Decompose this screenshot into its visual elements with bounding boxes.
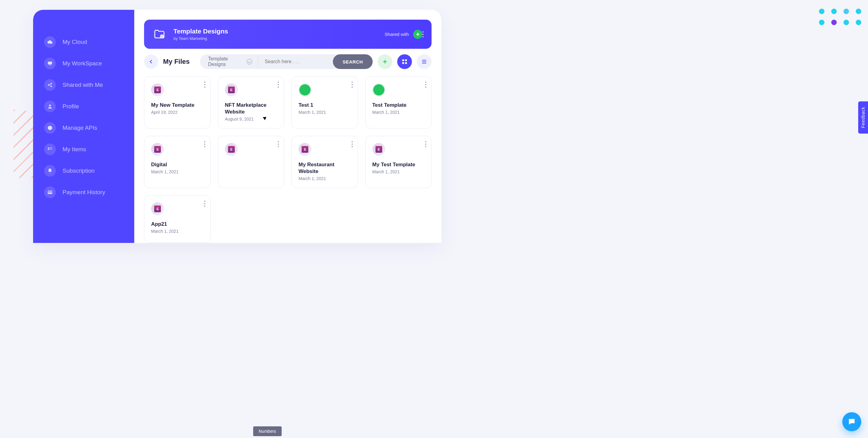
sidebar-item-label: My Cloud — [63, 39, 87, 46]
sidebar-item-subscription[interactable]: Subscription — [33, 160, 134, 182]
svg-rect-12 — [405, 59, 407, 61]
back-button[interactable] — [144, 55, 158, 69]
more-icon — [422, 31, 424, 37]
items-icon — [44, 144, 56, 155]
sidebar-item-workspace[interactable]: My WorkSpace — [33, 53, 134, 74]
search-bar: Template Designs SEARCH — [200, 54, 373, 69]
card-more-button[interactable] — [425, 82, 426, 88]
more-icon — [278, 82, 279, 88]
sidebar-item-label: Manage APIs — [63, 124, 97, 131]
svg-rect-4 — [48, 148, 49, 148]
card-title: App21 — [151, 221, 204, 228]
card-title: My Test Template — [372, 161, 425, 168]
file-card[interactable]: EApp21March 1, 2021 — [144, 195, 211, 243]
sidebar-item-label: Subscription — [63, 168, 95, 174]
plus-icon — [382, 59, 388, 64]
grid-icon — [402, 59, 408, 65]
svg-rect-13 — [402, 62, 404, 64]
sidebar-item-label: My WorkSpace — [63, 60, 102, 67]
grid-view-button[interactable] — [397, 54, 412, 69]
file-card[interactable]: ENFT Marketplace WebsiteAugust 9, 2021 — [218, 77, 284, 128]
filter-label: Template Designs — [208, 56, 241, 67]
more-icon — [425, 141, 426, 147]
more-icon — [351, 141, 353, 147]
user-icon — [44, 100, 56, 112]
filter-chip[interactable]: Template Designs — [200, 54, 258, 69]
app-shell: My Cloud My WorkSpace Shared with Me Pro… — [33, 10, 441, 243]
chevron-left-icon — [148, 59, 154, 64]
section-title: My Files — [163, 58, 190, 66]
card-title: Digital — [151, 161, 204, 168]
svg-rect-14 — [405, 62, 407, 64]
search-input[interactable] — [258, 59, 333, 64]
more-icon — [204, 201, 205, 207]
sidebar-item-label: Shared with Me — [63, 82, 103, 88]
bell-icon — [44, 165, 56, 177]
more-icon — [351, 82, 353, 88]
card-title: Test 1 — [299, 102, 351, 109]
feedback-tab[interactable]: Feedback — [858, 101, 868, 134]
elementor-icon: E — [151, 143, 164, 156]
sidebar-item-shared[interactable]: Shared with Me — [33, 74, 134, 96]
add-share-button[interactable]: + — [413, 30, 422, 39]
elementor-icon: E — [372, 143, 385, 156]
cloud-icon — [44, 36, 56, 48]
card-date: April 19, 2022 — [151, 110, 204, 115]
svg-point-3 — [49, 105, 51, 107]
card-more-button[interactable] — [278, 141, 279, 147]
svg-rect-7 — [50, 149, 52, 150]
list-view-button[interactable] — [417, 54, 432, 69]
card-more-button[interactable] — [204, 141, 205, 147]
share-icon — [44, 79, 56, 91]
card-more-button[interactable] — [278, 82, 279, 88]
card-more-button[interactable] — [351, 82, 353, 88]
file-card[interactable]: Test 1March 1, 2021 — [291, 77, 358, 128]
sidebar-item-label: Profile — [63, 103, 79, 110]
banner-shared: Shared with + — [385, 30, 422, 39]
chevron-down-icon — [247, 59, 252, 64]
template-green-icon — [299, 83, 311, 96]
template-green-icon — [372, 83, 385, 96]
shared-with-label: Shared with — [385, 32, 409, 37]
svg-rect-9 — [48, 192, 53, 192]
card-title: NFT Marketplace Website — [225, 102, 277, 115]
card-date: March 1, 2021 — [372, 169, 425, 174]
folder-banner: Template Designs by Team Marketing Share… — [144, 20, 432, 49]
file-card[interactable]: EMy New TemplateApril 19, 2022 — [144, 77, 211, 128]
elementor-icon: E — [299, 143, 311, 156]
elementor-icon: E — [151, 83, 164, 96]
card-title: My New Template — [151, 102, 204, 109]
card-date: March 1, 2021 — [151, 169, 204, 174]
elementor-icon: E — [151, 202, 164, 215]
file-card[interactable]: EDigitalMarch 1, 2021 — [144, 136, 211, 188]
card-date: August 9, 2021 — [225, 117, 277, 121]
file-card[interactable]: E — [218, 136, 284, 188]
banner-more-button[interactable] — [422, 31, 424, 37]
sidebar-item-payment[interactable]: Payment History — [33, 182, 134, 203]
dock-tooltip: Numbers — [253, 426, 282, 436]
chat-fab[interactable] — [842, 412, 861, 431]
card-more-button[interactable] — [351, 141, 353, 147]
elementor-icon: E — [225, 143, 238, 156]
banner-text: Template Designs by Team Marketing — [174, 28, 228, 41]
sidebar-item-items[interactable]: My Items — [33, 139, 134, 160]
more-icon — [278, 141, 279, 147]
card-date: March 1, 2021 — [151, 229, 204, 234]
card-date: March 1, 2021 — [299, 110, 351, 115]
sidebar-item-label: My Items — [63, 146, 86, 153]
sidebar-item-my-cloud[interactable]: My Cloud — [33, 31, 134, 53]
sidebar-item-profile[interactable]: Profile — [33, 96, 134, 117]
add-button[interactable] — [378, 54, 392, 69]
cube-icon — [44, 122, 56, 134]
file-card[interactable]: Test TemplateMarch 1, 2021 — [365, 77, 432, 128]
card-more-button[interactable] — [204, 201, 205, 207]
file-card[interactable]: EMy Restaurant WebsiteMarch 1, 2021 — [291, 136, 358, 188]
card-more-button[interactable] — [204, 82, 205, 88]
sidebar-item-apis[interactable]: Manage APIs — [33, 117, 134, 139]
more-icon — [425, 82, 426, 88]
card-title: Test Template — [372, 102, 425, 109]
sidebar: My Cloud My WorkSpace Shared with Me Pro… — [33, 10, 134, 243]
file-card[interactable]: EMy Test TemplateMarch 1, 2021 — [365, 136, 432, 188]
card-more-button[interactable] — [425, 141, 426, 147]
search-button[interactable]: SEARCH — [333, 54, 373, 69]
